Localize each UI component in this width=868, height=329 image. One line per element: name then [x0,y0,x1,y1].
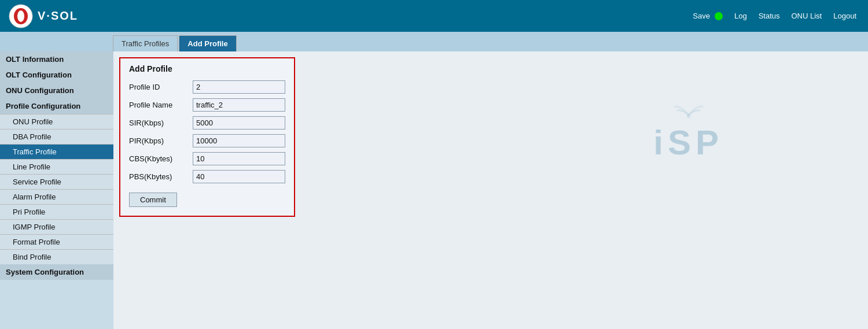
form-row-profile-id: Profile ID [129,80,285,94]
add-profile-box: Add Profile Profile ID Profile Name SIR(… [119,57,295,217]
form-row-pir: PIR(Kbps) [129,134,285,147]
sidebar-item-pri-profile[interactable]: Pri Profile [0,204,113,219]
header-right: Save Log Status ONU List Logout [693,12,856,20]
profile-id-input[interactable] [193,80,285,94]
logo-icon [9,4,33,28]
commit-button[interactable]: Commit [129,193,177,207]
nav-tabs: Traffic Profiles Add Profile [0,32,868,51]
sidebar-item-line-profile[interactable]: Line Profile [0,159,113,174]
status-link[interactable]: Status [759,12,780,20]
pbs-label: PBS(Kbytes) [129,172,193,181]
sidebar-section-olt-config[interactable]: OLT Configuration [0,67,113,83]
isp-watermark: iSP [653,98,723,162]
tab-traffic-profiles[interactable]: Traffic Profiles [113,35,178,51]
sidebar-item-igmp-profile[interactable]: IGMP Profile [0,219,113,234]
log-link[interactable]: Log [734,12,747,20]
form-row-profile-name: Profile Name [129,98,285,112]
svg-point-3 [687,114,690,118]
form-row-pbs: PBS(Kbytes) [129,170,285,183]
logo-area: V·SOL [9,4,78,28]
onu-list-link[interactable]: ONU List [792,12,822,20]
logo-text: V·SOL [38,9,78,23]
pir-input[interactable] [193,134,285,147]
sidebar-item-alarm-profile[interactable]: Alarm Profile [0,189,113,204]
content-area: Add Profile Profile ID Profile Name SIR(… [113,51,868,329]
header: V·SOL Save Log Status ONU List Logout [0,0,868,32]
save-area: Save [693,12,723,20]
cbs-input[interactable] [193,152,285,165]
sidebar-section-system-config[interactable]: System Configuration [0,264,113,280]
svg-point-2 [17,10,24,22]
sidebar-section-olt-info[interactable]: OLT Information [0,51,113,67]
sidebar-section-profile-config[interactable]: Profile Configuration [0,98,113,114]
sidebar-item-format-profile[interactable]: Format Profile [0,234,113,249]
form-row-cbs: CBS(Kbytes) [129,152,285,165]
main-layout: OLT Information OLT Configuration ONU Co… [0,51,868,329]
wifi-icon [671,98,706,123]
sidebar-item-bind-profile[interactable]: Bind Profile [0,249,113,264]
sidebar-item-service-profile[interactable]: Service Profile [0,174,113,189]
profile-name-input[interactable] [193,98,285,112]
status-dot [715,12,723,20]
sir-label: SIR(Kbps) [129,119,193,127]
save-label[interactable]: Save [693,12,710,20]
pir-label: PIR(Kbps) [129,136,193,145]
isp-text: iSP [653,123,723,162]
logout-link[interactable]: Logout [833,12,856,20]
pbs-input[interactable] [193,170,285,183]
tab-add-profile[interactable]: Add Profile [179,35,236,51]
sidebar: OLT Information OLT Configuration ONU Co… [0,51,113,329]
sidebar-section-onu-config[interactable]: ONU Configuration [0,83,113,98]
profile-id-label: Profile ID [129,83,193,91]
sidebar-item-onu-profile[interactable]: ONU Profile [0,114,113,129]
sidebar-item-traffic-profile[interactable]: Traffic Profile [0,144,113,159]
cbs-label: CBS(Kbytes) [129,154,193,163]
sir-input[interactable] [193,116,285,130]
profile-name-label: Profile Name [129,101,193,109]
add-profile-title: Add Profile [129,64,285,73]
sidebar-item-dba-profile[interactable]: DBA Profile [0,129,113,144]
form-row-sir: SIR(Kbps) [129,116,285,130]
